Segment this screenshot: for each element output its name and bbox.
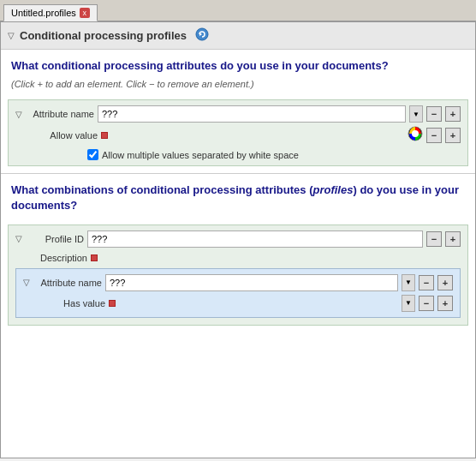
checkbox-label: Allow multiple values separated by white… [102,150,299,160]
inner-attr-dropdown-btn[interactable]: ▼ [402,274,415,291]
question2-text: What combinations of conditional process… [1,174,475,220]
inner-attr-name-row: ▽ Attribute name ▼ − + [23,274,453,291]
inner-attr-name-label: Attribute name [33,278,102,288]
tab-bar: Untitled.profiles x [0,0,476,21]
inner-attribute-section: ▽ Attribute name ▼ − + Has value ▼ − + [15,268,461,318]
section-triangle-icon[interactable]: ▽ [8,31,15,40]
profile-plus-btn[interactable]: + [445,231,461,247]
hint-text: (Click + to add an element. Click − to r… [1,77,475,96]
inner-attr-name-input[interactable] [105,274,398,291]
question1-text: What conditional processing attributes d… [1,50,475,77]
tab-untitled-profiles[interactable]: Untitled.profiles x [3,4,98,21]
allow-value-label: Allow value [29,130,98,141]
attribute-name-label: Attribute name [26,109,94,119]
tab-close-button[interactable]: x [80,8,90,18]
checkbox-row: Allow multiple values separated by white… [15,147,461,160]
inner-attr-minus-btn[interactable]: − [419,275,434,290]
allow-value-row: Allow value [15,126,461,144]
profile-triangle-icon[interactable]: ▽ [15,234,22,243]
has-value-indicator [109,300,116,307]
attribute-name-minus-btn[interactable]: − [426,106,442,122]
section-refresh-icon[interactable] [195,27,209,44]
allow-value-minus-btn[interactable]: − [426,128,442,143]
allow-value-indicator [101,132,108,139]
profile-id-input[interactable] [87,230,423,248]
section-title: Conditional processing profiles [20,29,187,42]
description-label: Description [29,253,87,263]
svg-point-3 [412,130,419,137]
profile-id-label: Profile ID [26,234,84,244]
profile-section: ▽ Profile ID − + Description ▽ Attribute… [8,225,468,326]
description-row: Description [15,253,461,263]
description-indicator [91,254,98,261]
profile-minus-btn[interactable]: − [426,231,442,247]
has-value-label: Has value [37,298,105,308]
attr-triangle-icon[interactable]: ▽ [15,110,22,119]
section-header: ▽ Conditional processing profiles [1,22,475,50]
has-value-row: Has value ▼ − + [23,295,453,312]
inner-attr-triangle-icon[interactable]: ▽ [23,278,30,287]
main-content: ▽ Conditional processing profiles What c… [0,21,476,458]
inner-attr-plus-btn[interactable]: + [437,275,453,290]
has-value-minus-btn[interactable]: − [419,296,434,311]
allow-multiple-checkbox[interactable] [87,149,98,160]
attribute-name-plus-btn[interactable]: + [445,106,461,122]
profile-id-row: ▽ Profile ID − + [15,230,461,248]
has-value-plus-btn[interactable]: + [437,296,453,311]
attribute-name-row: ▽ Attribute name ▼ − + [15,105,461,123]
attribute-name-dropdown-btn[interactable]: ▼ [409,105,423,123]
attribute-name-section: ▽ Attribute name ▼ − + Allow value [8,99,468,166]
has-value-dropdown-btn[interactable]: ▼ [402,295,415,312]
tab-label: Untitled.profiles [11,8,76,18]
attribute-name-input[interactable] [98,105,406,123]
allow-value-plus-btn[interactable]: + [445,128,461,143]
color-picker-icon[interactable] [408,126,423,144]
